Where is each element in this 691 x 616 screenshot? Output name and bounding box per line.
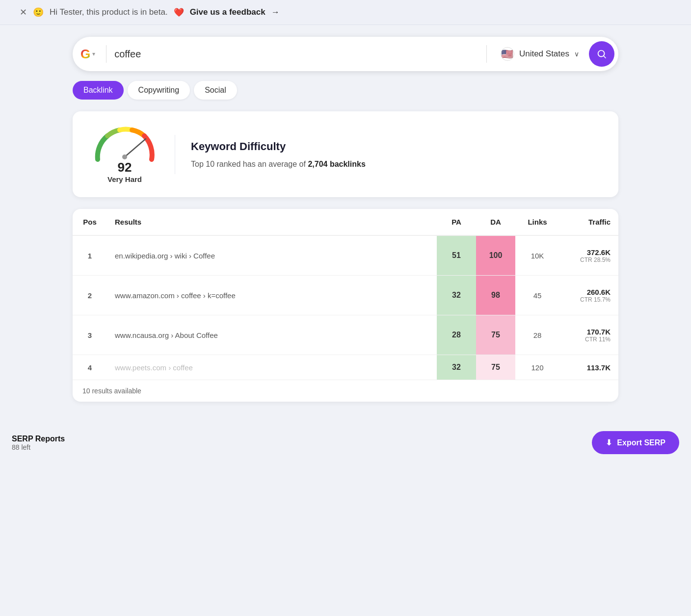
row1-pa: 51 [437, 235, 476, 276]
row3-pa-value: 28 [437, 315, 476, 355]
row2-ctr: CTR 15.7% [567, 296, 611, 303]
main-container: G ▾ 🇺🇸 United States ∨ Backlink Copywrit… [61, 25, 630, 421]
row2-pa-value: 32 [437, 276, 476, 315]
country-name: United States [519, 49, 569, 59]
keyword-difficulty-card: 92 Very Hard Keyword Difficulty Top 10 r… [73, 111, 618, 197]
row2-pos: 2 [73, 276, 107, 315]
kd-divider [175, 135, 175, 174]
row1-pa-value: 51 [437, 236, 476, 275]
row4-pos: 4 [73, 355, 107, 380]
heart-icon: ❤️ [174, 7, 184, 18]
svg-line-0 [125, 139, 146, 157]
row3-links: 28 [515, 315, 559, 355]
row3-traffic-value: 170.7K [567, 328, 611, 336]
serp-reports: SERP Reports 88 left [12, 435, 65, 451]
svg-point-1 [122, 154, 127, 159]
kd-subtitle: Top 10 ranked has an average of 2,704 ba… [191, 160, 601, 169]
row3-pa: 28 [437, 315, 476, 355]
kd-title: Keyword Difficulty [191, 140, 601, 153]
search-icon [596, 49, 607, 59]
row1-traffic: 372.6K CTR 28.5% [559, 235, 618, 276]
row1-links: 10K [515, 235, 559, 276]
gauge-container: 92 Very Hard [90, 125, 159, 183]
row3-da: 75 [476, 315, 515, 355]
tabs-row: Backlink Copywriting Social [73, 81, 618, 100]
row3-ctr: CTR 11% [567, 336, 611, 343]
search-button[interactable] [589, 41, 614, 67]
row4-pa-value: 32 [437, 355, 476, 380]
row1-da-value: 100 [476, 236, 515, 275]
row1-ctr: CTR 28.5% [567, 257, 611, 263]
arrow-icon: → [271, 7, 280, 17]
row2-pa: 32 [437, 276, 476, 315]
gauge-chart [93, 125, 157, 162]
table-row: 2 www.amazon.com › coffee › k=coffee 32 … [73, 276, 618, 315]
beta-banner: ✕ 🙂 Hi Tester, this product is in beta. … [0, 0, 691, 25]
gauge-score: 92 [118, 160, 132, 175]
close-icon[interactable]: ✕ [20, 7, 27, 18]
results-count: 10 results available [82, 387, 141, 395]
gauge-label: Very Hard [107, 175, 142, 183]
row2-da: 98 [476, 276, 515, 315]
kd-backlinks-count: 2,704 backlinks [308, 160, 365, 168]
col-header-da: DA [476, 209, 515, 235]
search-input[interactable] [114, 49, 478, 60]
row4-traffic-value: 113.7K [567, 363, 611, 372]
results-table: Pos Results PA DA Links Traffic 1 en.wik… [73, 209, 618, 380]
row4-traffic: 113.7K [559, 355, 618, 380]
row3-pos: 3 [73, 315, 107, 355]
table-footer: 10 results available [73, 380, 618, 402]
search-divider [106, 45, 106, 63]
banner-message: Hi Tester, this product is in beta. [50, 7, 168, 17]
col-header-traffic: Traffic [559, 209, 618, 235]
feedback-link[interactable]: Give us a feedback [190, 7, 266, 17]
bottom-bar: SERP Reports 88 left ⬇ Export SERP [0, 421, 691, 464]
row4-links: 120 [515, 355, 559, 380]
export-label: Export SERP [617, 438, 665, 447]
row2-da-value: 98 [476, 276, 515, 315]
row3-url[interactable]: www.ncausa.org › About Coffee [107, 315, 437, 355]
kd-info: Keyword Difficulty Top 10 ranked has an … [191, 140, 601, 169]
col-header-links: Links [515, 209, 559, 235]
col-header-pos: Pos [73, 209, 107, 235]
google-letter: G [80, 47, 90, 62]
search-bar: G ▾ 🇺🇸 United States ∨ [73, 37, 618, 71]
vertical-divider [486, 45, 487, 63]
export-button[interactable]: ⬇ Export SERP [592, 431, 679, 454]
row2-links: 45 [515, 276, 559, 315]
row1-url[interactable]: en.wikipedia.org › wiki › Coffee [107, 235, 437, 276]
col-header-pa: PA [437, 209, 476, 235]
row3-da-value: 75 [476, 315, 515, 355]
table-row: 4 www.peets.com › coffee 32 75 120 113.7… [73, 355, 618, 380]
row1-pos: 1 [73, 235, 107, 276]
serp-reports-sub: 88 left [12, 443, 65, 451]
row1-da: 100 [476, 235, 515, 276]
serp-reports-title: SERP Reports [12, 435, 65, 443]
chevron-down-icon: ∨ [574, 50, 579, 58]
row4-da-value: 75 [476, 355, 515, 380]
row4-pa: 32 [437, 355, 476, 380]
row2-traffic: 260.6K CTR 15.7% [559, 276, 618, 315]
col-header-results: Results [107, 209, 437, 235]
tab-copywriting[interactable]: Copywriting [128, 81, 190, 100]
row2-traffic-value: 260.6K [567, 288, 611, 296]
tab-backlink[interactable]: Backlink [73, 81, 124, 100]
face-icon: 🙂 [33, 7, 44, 18]
row2-url[interactable]: www.amazon.com › coffee › k=coffee [107, 276, 437, 315]
table-row: 1 en.wikipedia.org › wiki › Coffee 51 10… [73, 235, 618, 276]
row3-traffic: 170.7K CTR 11% [559, 315, 618, 355]
google-logo: G ▾ [80, 47, 95, 62]
row1-traffic-value: 372.6K [567, 248, 611, 257]
flag-icon: 🇺🇸 [501, 47, 514, 61]
google-dropdown-arrow[interactable]: ▾ [92, 51, 95, 57]
kd-subtitle-prefix: Top 10 ranked has an average of [191, 160, 306, 168]
row4-da: 75 [476, 355, 515, 380]
tab-social[interactable]: Social [194, 81, 237, 100]
country-selector[interactable]: 🇺🇸 United States ∨ [495, 44, 585, 64]
results-card: Pos Results PA DA Links Traffic 1 en.wik… [73, 209, 618, 402]
table-row: 3 www.ncausa.org › About Coffee 28 75 28… [73, 315, 618, 355]
export-icon: ⬇ [606, 438, 612, 447]
row4-url[interactable]: www.peets.com › coffee [107, 355, 437, 380]
table-header-row: Pos Results PA DA Links Traffic [73, 209, 618, 235]
